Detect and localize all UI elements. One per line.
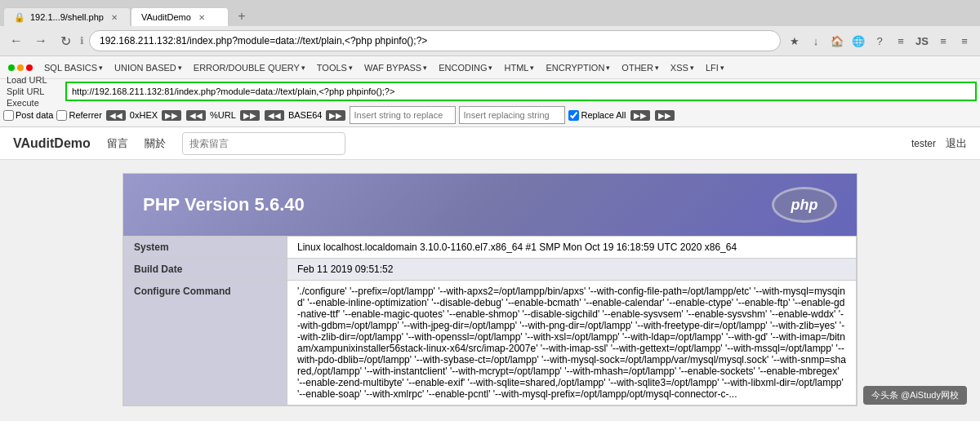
execute-button[interactable]: Execute xyxy=(3,97,62,109)
url-label[interactable]: %URL xyxy=(210,110,236,120)
menu-tools[interactable]: TOOLS▾ xyxy=(312,61,358,74)
cell-value-system: Linux localhost.localdomain 3.10.0-1160.… xyxy=(287,237,857,259)
table-row: System Linux localhost.localdomain 3.10.… xyxy=(124,237,857,259)
split-url-button[interactable]: Split URL xyxy=(3,86,62,97)
menu-error-double-query[interactable]: ERROR/DOUBLE QUERY▾ xyxy=(189,61,310,74)
vaudit-menu-bar: SQL BASICS▾ UNION BASED▾ ERROR/DOUBLE QU… xyxy=(0,56,980,79)
nav-liuyan[interactable]: 留言 xyxy=(107,136,128,151)
base64-label[interactable]: BASE64 xyxy=(288,110,323,120)
replace-search-input[interactable] xyxy=(350,106,456,124)
replace-all-checkbox-label[interactable]: Replace All xyxy=(568,110,626,121)
php-info-container: PHP Version 5.6.40 php System Linux loca… xyxy=(122,173,858,406)
encode-0xhex-arrow: ▶▶ xyxy=(162,110,181,121)
site-logo: VAuditDemo xyxy=(13,136,91,151)
js-button[interactable]: JS xyxy=(913,32,931,50)
address-bar-row: ← → ↻ ℹ ★ ↓ 🏠 🌐 ? ≡ JS ≡ ≡ xyxy=(0,26,980,55)
page-nav: VAuditDemo 留言 關於 tester 退出 xyxy=(0,127,980,160)
dot-green xyxy=(8,64,15,71)
menu-html[interactable]: HTML▾ xyxy=(499,61,539,74)
table-row: Configure Command './configure' '--prefi… xyxy=(124,281,857,405)
vaudit-left-panel: Load URL Split URL Execute xyxy=(3,74,62,109)
encode-url-arrow: ▶▶ xyxy=(240,110,260,121)
back-button[interactable]: ← xyxy=(7,31,26,51)
lock-icon: ℹ xyxy=(80,35,84,47)
ext-button-2[interactable]: ≡ xyxy=(956,32,973,50)
page-nav-right: tester 退出 xyxy=(911,136,967,151)
cell-key-system: System xyxy=(124,237,287,259)
encode-base64-arrow: ▶▶ xyxy=(326,110,345,121)
new-tab-button[interactable]: + xyxy=(232,7,252,26)
vaudit-encode-row: Post data Referrer ◀◀ 0xHEX ▶▶ ◀◀ %URL ▶… xyxy=(0,104,980,126)
menu-waf-bypass[interactable]: WAF BYPASS▾ xyxy=(359,61,432,74)
download-button[interactable]: ↓ xyxy=(807,32,825,50)
load-url-button[interactable]: Load URL xyxy=(3,74,62,86)
php-info-table: System Linux localhost.localdomain 3.10.… xyxy=(123,236,857,405)
dot-orange xyxy=(17,64,24,71)
tab-icon-shell: 🔒 xyxy=(14,12,25,23)
menu-lfi[interactable]: LFI▾ xyxy=(701,61,729,74)
menu-xss[interactable]: XSS▾ xyxy=(666,61,699,74)
nav-guanyu[interactable]: 關於 xyxy=(145,136,166,151)
bookmark-star-button[interactable]: ★ xyxy=(786,32,804,50)
vaudit-url-row: Load URL Split URL Execute xyxy=(0,79,980,104)
tab-shell[interactable]: 🔒 192.1...9/shell.php ✕ xyxy=(3,7,131,26)
menu-button[interactable]: ≡ xyxy=(892,32,910,50)
forward-button[interactable]: → xyxy=(31,31,51,51)
menu-encryption[interactable]: ENCRYPTION▾ xyxy=(541,61,615,74)
0xhex-label[interactable]: 0xHEX xyxy=(130,110,158,120)
watermark: 今头条 @AiStudy网校 xyxy=(863,386,967,405)
ext-button-1[interactable]: ≡ xyxy=(934,32,952,50)
vaudit-url-input[interactable] xyxy=(65,82,977,101)
replace-all-checkbox[interactable] xyxy=(568,110,579,121)
cell-key-build-date: Build Date xyxy=(124,259,287,281)
menu-sql-basics[interactable]: SQL BASICS▾ xyxy=(39,61,108,74)
menu-toggle[interactable] xyxy=(3,63,38,73)
table-row: Build Date Feb 11 2019 09:51:52 xyxy=(124,259,857,281)
php-version-text: PHP Version 5.6.40 xyxy=(143,194,305,215)
post-data-checkbox-label[interactable]: Post data xyxy=(3,110,53,121)
dot-red xyxy=(26,64,33,71)
tab-bar: 🔒 192.1...9/shell.php ✕ VAuditDemo ✕ + xyxy=(0,0,980,26)
browser-chrome: 🔒 192.1...9/shell.php ✕ VAuditDemo ✕ + ←… xyxy=(0,0,980,56)
menu-union-based[interactable]: UNION BASED▾ xyxy=(109,61,187,74)
search-input[interactable] xyxy=(182,132,345,155)
home-button[interactable]: 🏠 xyxy=(828,32,846,50)
decode-0xhex-arrow: ◀◀ xyxy=(106,110,126,121)
menu-encoding[interactable]: ENCODING▾ xyxy=(434,61,497,74)
cell-value-build-date: Feb 11 2019 09:51:52 xyxy=(287,259,857,281)
vaudit-toolbar: SQL BASICS▾ UNION BASED▾ ERROR/DOUBLE QU… xyxy=(0,56,980,127)
cell-key-configure: Configure Command xyxy=(124,281,287,405)
tab-label-shell: 192.1...9/shell.php xyxy=(30,12,104,22)
tab-close-vaudit[interactable]: ✕ xyxy=(196,11,207,23)
content-area: PHP Version 5.6.40 php System Linux loca… xyxy=(0,160,980,418)
decode-base64-arrow: ◀◀ xyxy=(265,110,284,121)
php-logo: php xyxy=(772,187,837,223)
username-label: tester xyxy=(911,138,936,149)
referrer-checkbox[interactable] xyxy=(56,110,67,121)
cell-value-configure: './configure' '--prefix=/opt/lampp' '--w… xyxy=(287,281,857,405)
menu-other[interactable]: OTHER▾ xyxy=(617,61,664,74)
tab-close-shell[interactable]: ✕ xyxy=(109,11,120,23)
post-data-checkbox[interactable] xyxy=(3,110,14,121)
replace-string-input[interactable] xyxy=(459,106,565,124)
reload-button[interactable]: ↻ xyxy=(56,31,75,51)
globe-button[interactable]: 🌐 xyxy=(849,32,867,50)
php-logo-label: php xyxy=(791,197,818,214)
help-button[interactable]: ? xyxy=(871,32,889,50)
tab-label-vaudit: VAuditDemo xyxy=(141,12,191,22)
replace-arrow-1: ▶▶ xyxy=(630,110,650,121)
php-header: PHP Version 5.6.40 php xyxy=(123,174,857,236)
browser-toolbar: ★ ↓ 🏠 🌐 ? ≡ JS ≡ ≡ xyxy=(786,32,973,50)
replace-arrow-2: ▶▶ xyxy=(655,110,675,121)
referrer-checkbox-label[interactable]: Referrer xyxy=(56,110,101,121)
decode-url-arrow: ◀◀ xyxy=(186,110,206,121)
logout-link[interactable]: 退出 xyxy=(946,136,967,151)
address-input[interactable] xyxy=(89,30,781,51)
tab-vaudit[interactable]: VAuditDemo ✕ xyxy=(131,7,229,26)
